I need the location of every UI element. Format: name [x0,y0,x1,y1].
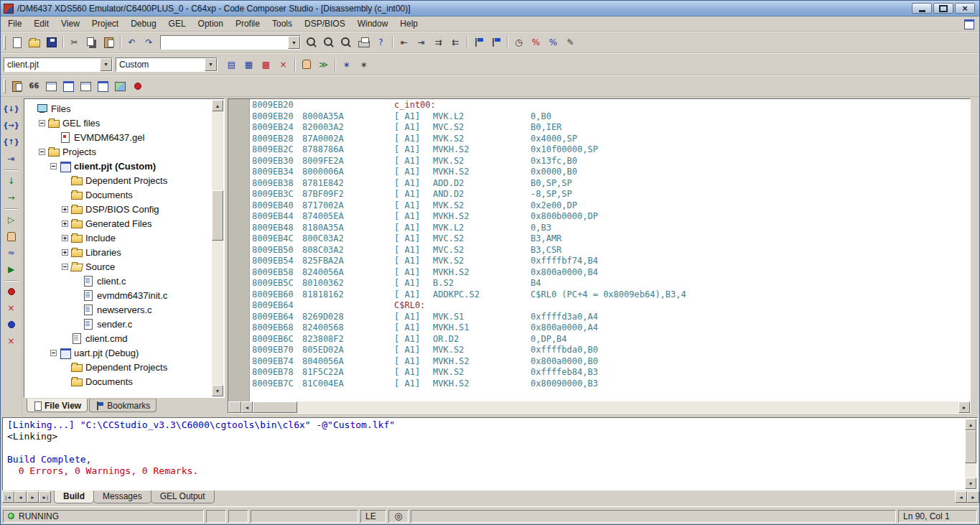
workspace-button[interactable] [9,78,25,94]
copy-button[interactable] [83,34,100,50]
hscroll-right-button[interactable]: ► [967,491,979,503]
shift-right-button[interactable] [413,34,429,50]
tree-node[interactable]: Files [24,101,211,116]
tree-expander[interactable] [62,264,68,270]
context-help-button[interactable] [373,34,389,50]
scroll-up-button[interactable]: ▲ [212,100,223,111]
image-window-button[interactable] [112,78,129,94]
disassembly-line[interactable]: 8009EB34 8000006A [ A1] MVKH.S2 0x0000,B… [252,167,970,178]
find-in-files-button[interactable] [338,34,355,50]
tree-node[interactable]: Documents [24,374,211,389]
disassembly-code[interactable]: 8009EB20 c_int00: 8009EB20 8000A35A [ A1… [252,100,970,401]
tree-node[interactable]: newservers.c [24,302,211,317]
toolbar-grip[interactable] [4,35,6,50]
tree-node[interactable]: Projects [24,144,211,159]
breakpoint-gutter[interactable] [228,99,250,401]
minimize-button[interactable] [912,3,932,14]
disassembly-line[interactable]: 8009EB20 c_int00: [252,100,970,111]
profile-range-button[interactable] [545,34,561,50]
cut-button[interactable] [66,34,83,50]
remove-all-probe-points-button[interactable] [3,333,20,349]
disassembly-line[interactable]: 8009EB54 825FBA2A [ A1] MVK.S2 0xffffbf7… [252,256,970,267]
undo-button[interactable] [123,34,140,50]
menu-debug[interactable]: Debug [125,17,162,30]
app-icon[interactable] [4,4,14,14]
disassembly-line[interactable]: 8009EB28 87A0002A [ A1] MVK.S2 0x4000,SP [252,134,970,145]
menu-help[interactable]: Help [394,17,424,30]
editor-properties-button[interactable] [562,34,579,50]
tree-node[interactable]: EVMDM6437.gel [24,130,211,144]
tree-node[interactable]: uart.pjt (Debug) [24,345,211,360]
disassembly-line[interactable]: 8009EB78 81F5C22A [ A1] MVK.S2 0xffffeb8… [252,367,970,378]
toggle-breakpoint-button[interactable] [3,284,20,299]
project-combobox[interactable]: client.pjt ▼ [4,57,113,72]
dsp-bios-settings-button[interactable] [355,57,372,73]
save-document-button[interactable] [43,34,60,50]
disassembly-line[interactable]: 8009EB20 8000A35A [ A1] MVK.L2 0,B0 [252,111,970,123]
disassembly-line[interactable]: 8009EB40 8717002A [ A1] MVK.S2 0x2e00,DP [252,200,970,212]
scroll-up-button[interactable]: ▲ [965,419,976,430]
rebuild-all-button[interactable] [258,57,274,73]
output-panel[interactable]: [Linking...] "C:\CCStudio_v3.3\C6000\cgt… [2,417,978,491]
tree-node[interactable]: client.c [24,274,211,288]
build-config-combobox-value[interactable]: Custom [116,60,205,70]
menu-project[interactable]: Project [86,17,124,30]
tree-node[interactable]: Dependent Projects [24,360,211,374]
disassembly-line[interactable]: 8009EB38 8781E842 [ A1] ADD.D2 B0,SP,SP [252,178,970,190]
next-bookmark-button[interactable] [487,34,504,50]
new-document-button[interactable] [9,34,25,50]
combobox-dropdown-icon[interactable]: ▼ [288,36,300,49]
menu-dsp-bios[interactable]: DSP/BIOS [299,17,351,30]
disassembly-line[interactable]: 8009EB48 8180A35A [ A1] MVK.L2 0,B3 [252,223,970,234]
step-into-button[interactable] [3,101,20,117]
tree-node[interactable]: Source [24,259,211,274]
scroll-left-button[interactable]: ◄ [241,401,253,413]
toolbar-grip[interactable] [4,79,6,93]
disassembly-line[interactable]: 8009EB64 C$RL0: [252,300,970,312]
tree-node[interactable]: client.cmd [24,331,211,345]
quick-watch-button[interactable] [26,78,42,94]
step-over-button[interactable] [3,118,20,134]
mdi-child-window-icon[interactable] [963,19,975,29]
scroll-track[interactable] [212,111,223,385]
disassembly-line[interactable]: 8009EB44 874005EA [ A1] MVKH.S2 0x800b00… [252,211,970,223]
incremental-build-button[interactable] [241,57,257,73]
tab-file-view[interactable]: File View [27,399,88,412]
tree-node[interactable]: Documents [24,187,211,202]
watch-window-button[interactable] [95,78,111,94]
compile-file-button[interactable] [223,57,240,73]
scroll-track[interactable] [965,430,976,478]
tree-node[interactable]: DSP/BIOS Config [24,202,211,216]
scroll-thumb[interactable] [212,190,223,241]
tab-bookmarks[interactable]: Bookmarks [89,399,157,412]
open-document-button[interactable] [26,34,42,50]
disassembly-line[interactable]: 8009EB5C 80100362 [ A1] B.S2 B4 [252,278,970,289]
tab-scroll-last-button[interactable]: ►| [39,491,51,503]
menu-tools[interactable]: Tools [266,17,298,30]
scroll-down-button[interactable]: ▼ [965,478,976,489]
animate-button[interactable] [3,245,20,261]
profile-clock-button[interactable] [510,34,527,50]
scroll-thumb[interactable] [965,430,976,463]
disassembly-line[interactable]: 8009EB6C 823808F2 [ A1] OR.D2 0,DP,B4 [252,334,970,345]
close-button[interactable]: × [955,3,975,14]
find-next-button[interactable] [321,34,337,50]
step-out-button[interactable] [3,134,20,150]
find-word-button[interactable] [304,34,320,50]
tab-build[interactable]: Build [54,491,94,503]
tree-node[interactable]: client.pjt (Custom) [24,159,211,173]
tree-expander[interactable] [39,120,45,126]
indent-button[interactable] [430,34,447,50]
redo-button[interactable] [141,34,157,50]
run-button[interactable] [3,212,20,228]
disassembly-line[interactable]: 8009EB70 805ED02A [ A1] MVK.S2 0xffffbda… [252,345,970,356]
memory-window-button[interactable] [43,78,60,94]
tree-expander[interactable] [50,163,57,169]
disassembly-line[interactable]: 8009EB24 820003A2 [ A1] MVC.S2 B0,IER [252,122,970,134]
asm-step-over-button[interactable] [3,190,20,205]
tree-expander[interactable] [62,220,68,227]
paste-button[interactable] [101,34,117,50]
halt-processor-button[interactable] [3,228,20,244]
tab-scroll-next-button[interactable]: ► [27,491,39,503]
menu-view[interactable]: View [55,17,85,30]
